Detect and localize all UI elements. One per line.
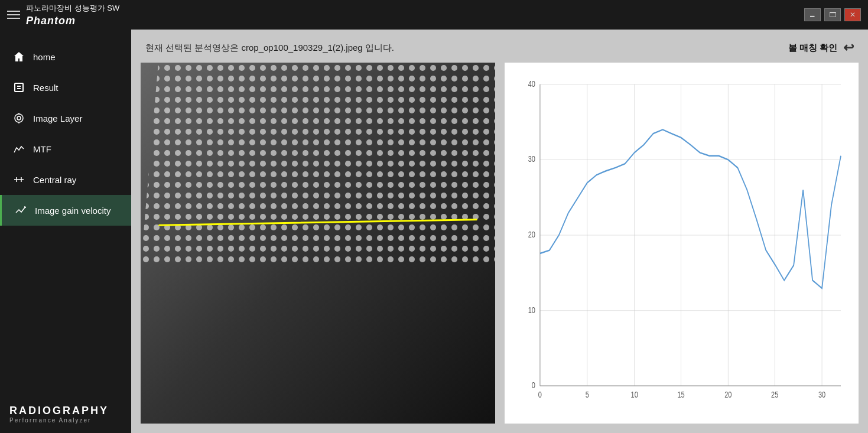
action-arrow-icon[interactable]: ↩ xyxy=(843,40,854,56)
layer-icon xyxy=(12,111,26,125)
main-layout: home Result xyxy=(0,30,868,433)
svg-text:25: 25 xyxy=(771,390,778,400)
phantom-image xyxy=(141,63,495,424)
title-bar: 파노라마장비 성능평가 SW Phantom 🗕 🗖 ✕ xyxy=(0,0,868,30)
header-actions: 볼 매칭 확인 ↩ xyxy=(788,40,854,56)
action-label: 볼 매칭 확인 xyxy=(788,43,837,54)
title-left: 파노라마장비 성능평가 SW Phantom xyxy=(7,3,119,27)
hamburger-menu[interactable] xyxy=(7,11,20,19)
svg-text:0: 0 xyxy=(538,390,542,400)
svg-text:30: 30 xyxy=(818,390,825,400)
dot-grid-svg xyxy=(141,63,495,424)
gain-icon xyxy=(14,203,28,217)
window-controls: 🗕 🗖 ✕ xyxy=(804,8,861,21)
svg-text:30: 30 xyxy=(528,154,535,164)
sidebar-item-image-layer[interactable]: Image Layer xyxy=(0,103,131,134)
chart-panel: 0 10 20 30 40 0 5 10 15 20 25 30 xyxy=(505,63,859,424)
home-icon xyxy=(12,50,26,64)
svg-text:15: 15 xyxy=(677,390,684,400)
content-body: 0 10 20 30 40 0 5 10 15 20 25 30 xyxy=(131,63,868,433)
content-header: 현재 선택된 분석영상은 crop_op100_190329_1(2).jpeg… xyxy=(131,30,868,63)
logo-sub-text: Performance Analyzer xyxy=(9,417,122,424)
image-layer-label: Image Layer xyxy=(33,113,82,123)
sidebar-logo: RADIOGRAPHY Performance Analyzer xyxy=(0,395,131,433)
image-panel xyxy=(141,63,495,424)
app-title: 파노라마장비 성능평가 SW xyxy=(26,3,119,14)
svg-text:20: 20 xyxy=(724,390,732,400)
svg-text:20: 20 xyxy=(528,229,535,239)
sidebar-item-central-ray[interactable]: Central ray xyxy=(0,164,131,195)
svg-text:10: 10 xyxy=(528,305,535,315)
mtf-icon xyxy=(12,142,26,156)
close-button[interactable]: ✕ xyxy=(844,8,861,21)
svg-point-3 xyxy=(15,114,23,122)
mtf-label: MTF xyxy=(33,144,51,154)
maximize-button[interactable]: 🗖 xyxy=(824,8,841,21)
ray-icon xyxy=(12,172,26,187)
sidebar-nav: home Result xyxy=(0,41,131,226)
sidebar-item-result[interactable]: Result xyxy=(0,72,131,103)
svg-text:10: 10 xyxy=(631,390,638,400)
phantom-logo: Phantom xyxy=(26,15,119,27)
sidebar-item-mtf[interactable]: MTF xyxy=(0,134,131,164)
svg-rect-0 xyxy=(15,83,23,92)
sidebar-item-image-gain-velocity[interactable]: Image gain velocity xyxy=(0,195,131,226)
svg-text:5: 5 xyxy=(586,390,589,400)
home-label: home xyxy=(33,52,56,62)
central-ray-label: Central ray xyxy=(33,175,76,185)
svg-rect-18 xyxy=(511,69,853,418)
sidebar-item-home[interactable]: home xyxy=(0,41,131,72)
header-info-text: 현재 선택된 분석영상은 crop_op100_190329_1(2).jpeg… xyxy=(145,43,394,54)
svg-text:40: 40 xyxy=(528,79,535,89)
minimize-button[interactable]: 🗕 xyxy=(804,8,821,21)
svg-point-4 xyxy=(17,116,21,120)
sidebar: home Result xyxy=(0,30,131,433)
result-label: Result xyxy=(33,83,58,93)
image-gain-velocity-label: Image gain velocity xyxy=(35,206,110,216)
svg-text:0: 0 xyxy=(532,380,535,390)
chart-svg: 0 10 20 30 40 0 5 10 15 20 25 30 xyxy=(511,69,853,418)
content-area: 현재 선택된 분석영상은 crop_op100_190329_1(2).jpeg… xyxy=(131,30,868,433)
result-icon xyxy=(12,80,26,95)
logo-main-text: RADIOGRAPHY xyxy=(9,405,122,417)
